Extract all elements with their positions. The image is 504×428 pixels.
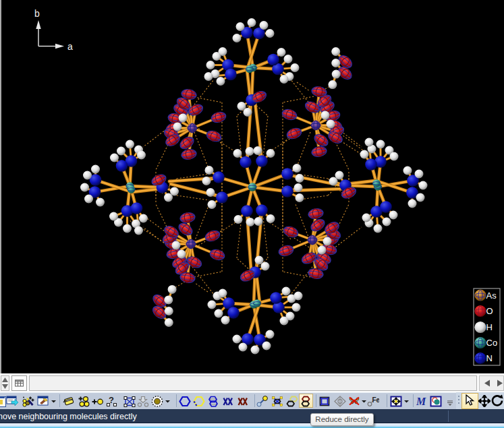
svg-text:H: H (486, 322, 493, 332)
svg-text:Co: Co (486, 338, 498, 348)
svg-text:As: As (486, 291, 497, 301)
svg-text:M: M (416, 396, 426, 407)
svg-text:a: a (67, 41, 73, 52)
svg-text:Fe: Fe (372, 396, 380, 404)
svg-text:O: O (486, 306, 493, 316)
svg-text:N: N (486, 353, 493, 363)
svg-text:b: b (34, 8, 40, 19)
